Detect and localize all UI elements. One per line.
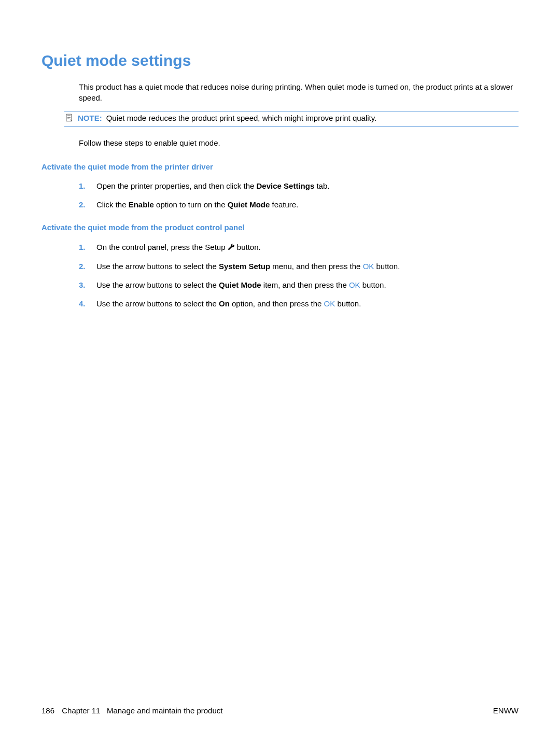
list-item: 2. Click the Enable option to turn on th… <box>79 199 519 210</box>
list-item: 2. Use the arrow buttons to select the S… <box>79 261 519 272</box>
section2-heading: Activate the quiet mode from the product… <box>41 222 519 233</box>
step-body: On the control panel, press the Setup bu… <box>96 242 519 254</box>
step-body: Open the printer properties, and then cl… <box>96 180 519 192</box>
section2-steps: 1. On the control panel, press the Setup… <box>79 242 519 310</box>
note-text-container: NOTE:Quiet mode reduces the product prin… <box>78 113 376 124</box>
list-item: 1. Open the printer properties, and then… <box>79 180 519 192</box>
note-icon <box>64 113 75 125</box>
step-body: Use the arrow buttons to select the Syst… <box>96 261 519 272</box>
chapter-label: Chapter 11 <box>62 706 100 715</box>
section1-steps: 1. Open the printer properties, and then… <box>79 180 519 210</box>
step-body: Use the arrow buttons to select the On o… <box>96 298 519 310</box>
step-body: Use the arrow buttons to select the Quie… <box>96 279 519 291</box>
step-number: 2. <box>79 199 96 210</box>
footer-left: 186 Chapter 11 Manage and maintain the p… <box>41 705 222 716</box>
section1-heading: Activate the quiet mode from the printer… <box>41 161 519 173</box>
chapter-title: Manage and maintain the product <box>107 706 222 715</box>
note-box: NOTE:Quiet mode reduces the product prin… <box>64 111 519 127</box>
wrench-icon <box>228 243 235 254</box>
list-item: 1. On the control panel, press the Setup… <box>79 242 519 254</box>
page-number: 186 <box>41 706 54 715</box>
list-item: 3. Use the arrow buttons to select the Q… <box>79 279 519 291</box>
intro-paragraph: This product has a quiet mode that reduc… <box>79 81 519 104</box>
step-number: 2. <box>79 261 96 272</box>
note-label: NOTE: <box>78 114 102 122</box>
step-number: 1. <box>79 242 96 254</box>
note-text: Quiet mode reduces the product print spe… <box>106 114 377 122</box>
page-footer: 186 Chapter 11 Manage and maintain the p… <box>41 705 519 716</box>
step-body: Click the Enable option to turn on the Q… <box>96 199 519 210</box>
list-item: 4. Use the arrow buttons to select the O… <box>79 298 519 310</box>
step-number: 3. <box>79 279 96 291</box>
follow-text: Follow these steps to enable quiet mode. <box>79 137 519 149</box>
step-number: 4. <box>79 298 96 310</box>
footer-right: ENWW <box>493 705 519 716</box>
page-title: Quiet mode settings <box>41 49 519 72</box>
step-number: 1. <box>79 180 96 192</box>
